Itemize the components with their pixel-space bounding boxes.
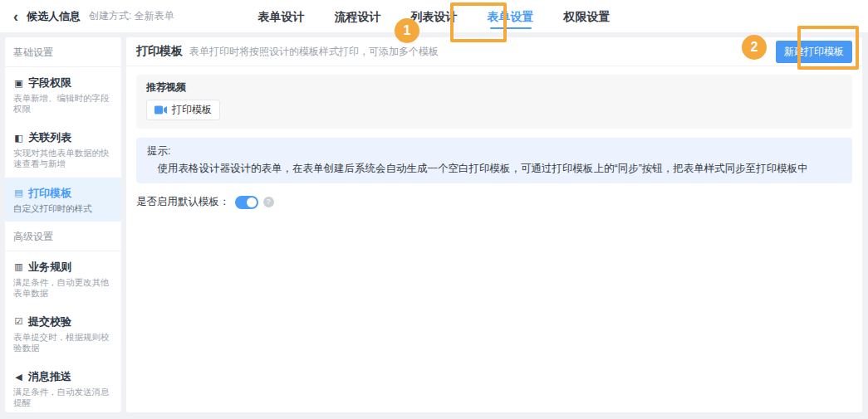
video-link-print-template[interactable]: 打印模板	[146, 100, 220, 120]
speaker-icon: ◀	[13, 372, 24, 382]
field-permission-icon: ▣	[13, 78, 24, 89]
settings-sidebar: 基础设置▣字段权限表单新增、编辑时的字段权限◧关联列表实现对其他表单数据的快速查…	[5, 37, 121, 412]
toggle-knob	[247, 197, 257, 207]
sidebar-section-header-0: 基础设置	[5, 37, 121, 67]
sidebar-item-print-template[interactable]: ▤打印模板自定义打印时的样式	[5, 178, 121, 222]
sidebar-item-desc: 实现对其他表单数据的快速查看与新增	[13, 148, 113, 169]
sidebar-item-title: 关联列表	[28, 130, 71, 145]
video-camera-icon	[154, 105, 167, 114]
sidebar-item-desc: 满足条件，自动更改其他表单数据	[13, 277, 113, 299]
main-panel: 打印模板 表单打印时将按照设计的模板样式打印，可添加多个模板 新建打印模板 推荐…	[126, 37, 862, 412]
back-icon[interactable]: ‹	[13, 9, 18, 24]
page-title: 候选人信息	[27, 9, 81, 24]
recommended-video-card: 推荐视频 打印模板	[136, 75, 852, 129]
sidebar-item-title: 打印模板	[28, 186, 71, 201]
sidebar-item-linked-list[interactable]: ◧关联列表实现对其他表单数据的快速查看与新增	[5, 122, 121, 177]
default-template-row: 是否启用默认模板： ?	[136, 195, 852, 209]
help-icon[interactable]: ?	[263, 197, 274, 207]
tip-title: 提示:	[147, 143, 841, 160]
tab-form-design[interactable]: 表单设计	[258, 0, 305, 33]
linked-list-icon: ◧	[13, 133, 24, 144]
creation-mode-label: 创建方式: 全新表单	[89, 9, 174, 23]
recommended-video-label: 推荐视频	[146, 80, 842, 95]
sidebar-item-desc: 自定义打印时的样式	[13, 203, 113, 214]
default-template-label: 是否启用默认模板：	[136, 195, 230, 209]
tab-form-settings[interactable]: 表单设置	[488, 0, 534, 33]
printer-icon: ▤	[13, 188, 24, 198]
tab-list-design[interactable]: 列表设计	[411, 0, 458, 33]
default-template-toggle[interactable]	[235, 196, 258, 209]
business-rule-icon: ▥	[13, 261, 24, 272]
main-body: 推荐视频 打印模板 提示: 使用表格设计器设计的表单，在表单创建后系统会自动生成…	[126, 66, 862, 217]
sidebar-item-title: 消息推送	[28, 369, 71, 384]
new-print-template-button[interactable]: 新建打印模板	[776, 41, 852, 63]
section-subtitle: 表单打印时将按照设计的模板样式打印，可添加多个模板	[189, 45, 439, 59]
sidebar-item-desc: 满足条件，自动发送消息提醒	[13, 387, 113, 408]
validation-icon: ☑	[13, 316, 24, 327]
sidebar-item-title: 业务规则	[28, 260, 71, 275]
section-title: 打印模板	[136, 44, 183, 59]
tip-box: 提示: 使用表格设计器设计的表单，在表单创建后系统会自动生成一个空白打印模板，可…	[136, 138, 852, 183]
sidebar-item-field-permission[interactable]: ▣字段权限表单新增、编辑时的字段权限	[5, 67, 121, 122]
sidebar-item-title: 字段权限	[28, 76, 71, 90]
sidebar-section-header-1: 高级设置	[5, 222, 121, 251]
tab-flow-design[interactable]: 流程设计	[335, 0, 381, 33]
tab-perm-settings[interactable]: 权限设置	[564, 0, 611, 33]
sidebar-item-title: 提交校验	[28, 314, 71, 329]
sidebar-item-message-push[interactable]: ◀消息推送满足条件，自动发送消息提醒	[5, 361, 121, 412]
sidebar-item-business-rule[interactable]: ▥业务规则满足条件，自动更改其他表单数据	[5, 251, 121, 306]
tip-text: 使用表格设计器设计的表单，在表单创建后系统会自动生成一个空白打印模板，可通过打印…	[147, 160, 841, 178]
sidebar-item-desc: 表单提交时，根据规则校验数据	[13, 332, 113, 353]
main-header: 打印模板 表单打印时将按照设计的模板样式打印，可添加多个模板 新建打印模板	[126, 37, 862, 66]
sidebar-item-submit-validation[interactable]: ☑提交校验表单提交时，根据规则校验数据	[5, 306, 121, 361]
video-chip-label: 打印模板	[172, 103, 212, 117]
top-bar: ‹ 候选人信息 创建方式: 全新表单 表单设计流程设计列表设计表单设置权限设置	[0, 0, 868, 33]
sidebar-item-desc: 表单新增、编辑时的字段权限	[13, 93, 113, 114]
